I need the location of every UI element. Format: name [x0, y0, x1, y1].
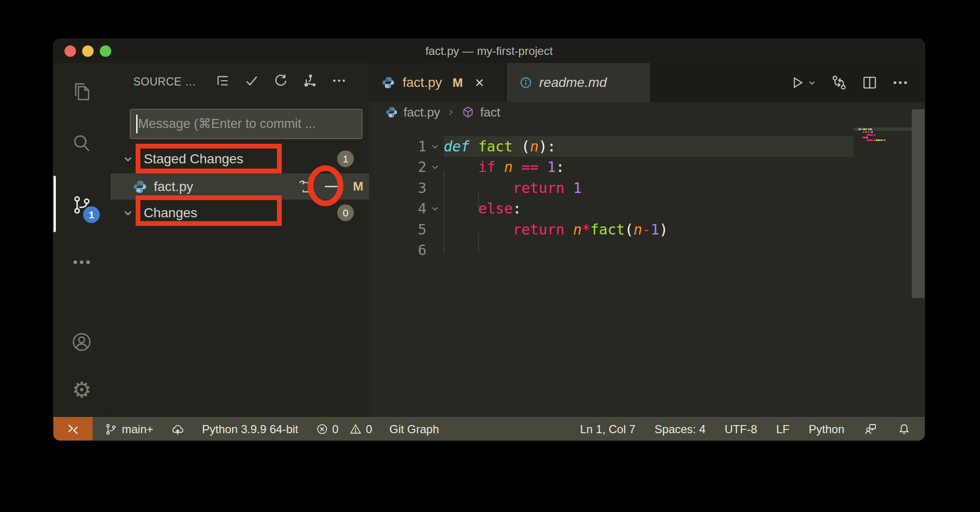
activity-explorer[interactable]: [53, 69, 110, 115]
staged-file-name: fact.py: [154, 179, 193, 194]
activity-accounts[interactable]: [53, 319, 110, 365]
feedback-icon: [863, 422, 878, 437]
eol-status[interactable]: LF: [776, 423, 789, 436]
code-lines: 1def fact (n):2 if n == 1:3 return 14 el…: [369, 136, 853, 260]
remote-indicator[interactable]: [53, 417, 93, 441]
staged-count-badge: 1: [337, 150, 354, 167]
problems-status[interactable]: 0 0: [316, 423, 373, 436]
breadcrumb-file[interactable]: fact.py: [404, 105, 440, 120]
status-bar: main+ Python 3.9.9 64-bit 0: [53, 417, 925, 441]
sidebar-actions: [212, 70, 350, 91]
status-right: Ln 1, Col 7 Spaces: 4 UTF-8 LF Python: [580, 422, 925, 437]
scm-pending-badge: 1: [83, 206, 100, 223]
activity-settings[interactable]: ⚙: [53, 367, 110, 413]
open-file-button[interactable]: [296, 177, 315, 196]
bell-icon: [897, 422, 911, 437]
breadcrumb-symbol[interactable]: fact: [480, 105, 501, 120]
commit-message-box: [130, 109, 362, 139]
refresh-icon: [273, 73, 289, 89]
title-bar[interactable]: fact.py — my-first-project: [53, 39, 925, 63]
text-cursor: [136, 115, 138, 133]
compare-changes-icon: [830, 74, 848, 92]
active-view-indicator: [53, 176, 56, 232]
warning-icon: [349, 423, 362, 436]
git-graph-view-button[interactable]: [299, 70, 320, 91]
more-actions-button[interactable]: [328, 70, 350, 91]
tab-modified-badge: M: [452, 75, 463, 90]
indent-guide: [478, 233, 479, 254]
chevron-down-icon: [806, 77, 818, 88]
changes-label: Changes: [144, 205, 197, 221]
tab-fact-py[interactable]: fact.py M: [369, 63, 506, 102]
fold-chevron-icon[interactable]: [426, 136, 444, 157]
feedback-button[interactable]: [863, 422, 878, 437]
account-icon: [70, 331, 93, 353]
changes-section[interactable]: Changes 0: [110, 200, 370, 226]
code-line[interactable]: 4 else:: [369, 198, 853, 219]
commit-button[interactable]: [241, 70, 262, 91]
branch-status[interactable]: main+: [104, 423, 153, 436]
publish-changes-button[interactable]: [170, 422, 185, 437]
code-line[interactable]: 5 return n*fact(n-1): [369, 219, 853, 240]
gear-icon: ⚙: [72, 379, 91, 401]
line-number: 1: [369, 136, 426, 157]
editor-toolbar: [789, 63, 925, 102]
git-graph-status[interactable]: Git Graph: [389, 423, 439, 436]
commit-message-input[interactable]: [130, 109, 362, 139]
staged-file-row[interactable]: fact.py M: [110, 173, 370, 200]
check-icon: [244, 73, 260, 89]
minimap[interactable]: [853, 102, 912, 417]
split-editor-button[interactable]: [861, 74, 879, 92]
line-number: 4: [369, 198, 426, 219]
python-file-icon: [382, 76, 395, 89]
view-as-tree-button[interactable]: [212, 70, 233, 91]
close-icon: [473, 76, 486, 89]
window-title: fact.py — my-first-project: [53, 39, 925, 63]
code-line[interactable]: 2 if n == 1:: [369, 157, 853, 177]
fold-chevron-icon[interactable]: [426, 198, 444, 219]
encoding-status[interactable]: UTF-8: [724, 423, 757, 436]
breadcrumb[interactable]: fact.py fact: [369, 102, 853, 122]
status-left: main+ Python 3.9.9 64-bit 0: [93, 422, 439, 437]
ellipsis-icon: [891, 74, 909, 92]
source-control-sidebar: SOURCE …: [110, 63, 369, 417]
files-icon: [71, 81, 93, 103]
code-line[interactable]: 1def fact (n):: [369, 136, 853, 157]
indent-guide: [478, 192, 479, 212]
staged-changes-section[interactable]: Staged Changes 1: [110, 144, 370, 173]
ellipsis-icon: [71, 251, 93, 273]
symbol-cube-icon: [461, 106, 475, 119]
file-row-actions: M: [296, 173, 363, 200]
info-icon: [519, 76, 533, 89]
tab-label: readme.md: [539, 75, 607, 90]
more-actions-button[interactable]: [891, 74, 909, 92]
refresh-button[interactable]: [270, 70, 291, 91]
code-line[interactable]: 3 return 1: [369, 178, 853, 198]
notifications-button[interactable]: [897, 422, 911, 437]
tab-readme-md[interactable]: readme.md: [507, 63, 651, 102]
indent-guide: [444, 171, 445, 254]
code-editor[interactable]: 1def fact (n):2 if n == 1:3 return 14 el…: [369, 122, 853, 378]
code-line[interactable]: 6: [369, 240, 853, 260]
editor-group: fact.py M readme.md: [369, 63, 925, 417]
python-interpreter-status[interactable]: Python 3.9.9 64-bit: [202, 423, 298, 436]
unstage-changes-button[interactable]: [321, 177, 341, 196]
activity-search[interactable]: [53, 120, 110, 166]
close-tab-button[interactable]: [473, 76, 486, 89]
fold-chevron-icon[interactable]: [426, 157, 444, 177]
chevron-down-icon[interactable]: [120, 205, 136, 221]
scrollbar-slider[interactable]: [912, 109, 925, 298]
cursor-position-status[interactable]: Ln 1, Col 7: [580, 423, 635, 436]
run-python-file-button[interactable]: [789, 74, 818, 91]
modified-status-badge: M: [353, 179, 363, 194]
line-number: 2: [369, 157, 426, 177]
language-mode-status[interactable]: Python: [809, 423, 844, 436]
chevron-down-icon[interactable]: [120, 151, 136, 167]
indentation-status[interactable]: Spaces: 4: [655, 423, 706, 436]
activity-source-control[interactable]: [53, 182, 110, 228]
activity-bar: 1 ⚙: [53, 63, 110, 417]
go-to-file-icon: [297, 179, 313, 195]
minimap-lines: [858, 128, 911, 145]
activity-more-views[interactable]: [53, 239, 110, 285]
open-changes-button[interactable]: [830, 74, 848, 92]
